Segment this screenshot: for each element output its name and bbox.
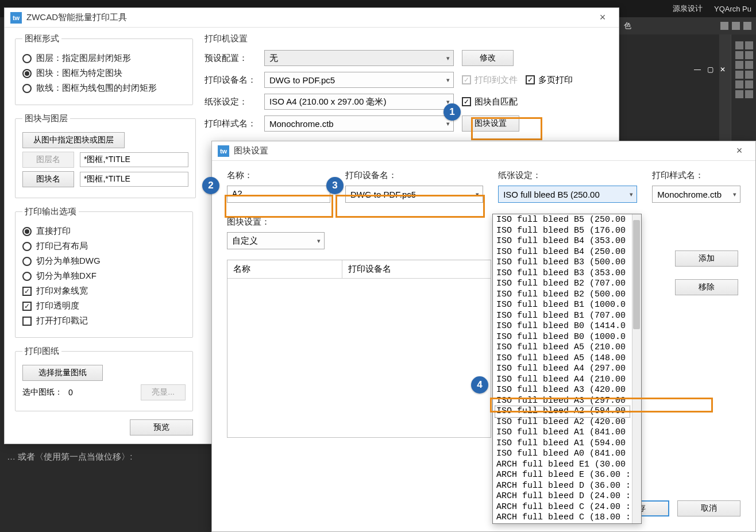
dropdown-item[interactable]: ISO full bleed B3 (500.00 [495, 257, 630, 268]
dropdown-item[interactable]: ARCH full bleed D (36.00 : [495, 481, 630, 492]
select-sheets-button[interactable]: 选择批量图纸 [22, 365, 103, 381]
modify-button[interactable]: 修改 [462, 50, 514, 66]
tool-icon[interactable] [735, 51, 743, 59]
tool-icon[interactable] [745, 71, 753, 79]
dropdown-item[interactable]: ISO full bleed A0 (841.00 [495, 449, 630, 460]
close-icon[interactable]: × [592, 11, 613, 24]
dropdown-item[interactable]: ISO full bleed B4 (353.00 [495, 236, 630, 247]
dropdown-item[interactable]: ISO full bleed B1 (707.00 [495, 311, 630, 322]
check-transparency[interactable]: 打印透明度 [22, 300, 186, 311]
dropdown-item[interactable]: ISO full bleed B3 (353.00 [495, 268, 630, 279]
tool-icon[interactable] [745, 41, 753, 49]
dropdown-item[interactable]: ISO full bleed A3 (420.00 [495, 385, 630, 396]
dropdown-item[interactable]: ISO full bleed A1 (594.00 [495, 438, 630, 449]
radio-split-dxf[interactable]: 切分为单独DXF [22, 271, 186, 282]
dropdown-item[interactable]: ARCH full bleed D (24.00 : [495, 491, 630, 502]
scrollbar[interactable] [632, 214, 641, 523]
radio-option-polyline[interactable]: 散线：图框为线包围的封闭矩形 [22, 83, 186, 94]
tool-icon[interactable] [735, 90, 743, 98]
close-icon[interactable]: ✕ [718, 66, 727, 73]
add-button[interactable]: 添加 [675, 250, 738, 267]
grid-icon[interactable] [743, 22, 751, 30]
block-table[interactable]: 名称 打印设备名 [227, 260, 491, 438]
checkbox-icon [22, 302, 32, 311]
check-stamp[interactable]: 打开打印戳记 [22, 315, 186, 326]
dropdown-item[interactable]: ISO full bleed A2 (594.00 x 420.00 毫米) [495, 406, 630, 417]
dropdown-item[interactable]: ISO full bleed B5 (176.00 [495, 226, 630, 237]
multipage-check[interactable]: 多页打印 [526, 75, 573, 86]
tool-icon[interactable] [745, 90, 753, 98]
block-settings-button[interactable]: 图块设置 [462, 115, 519, 132]
radio-split-dwg[interactable]: 切分为单独DWG [22, 256, 186, 267]
paper-label: 纸张设定： [205, 97, 256, 107]
dropdown-item[interactable]: ISO full bleed A5 (148.00 [495, 353, 630, 364]
paper-size-dropdown[interactable]: ISO full bleed B5 (250.00ISO full bleed … [492, 214, 642, 524]
dropdown-item[interactable]: ARCH full bleed E (36.00 : [495, 470, 630, 481]
tool-icon[interactable] [745, 61, 753, 69]
dropdown-item[interactable]: ISO full bleed A5 (210.00 [495, 342, 630, 353]
radio-option-block[interactable]: 图块：图框为特定图块 [22, 68, 186, 79]
style-combo[interactable]: Monochrome.ctb▾ [652, 186, 740, 203]
tool-icon[interactable] [735, 71, 743, 79]
blockset-combo[interactable]: 自定义▾ [227, 232, 325, 249]
command-line[interactable]: … 或者〈使用第一点当做位移〉: [0, 448, 213, 466]
preset-combo[interactable]: 无▾ [264, 50, 454, 66]
dropdown-item[interactable]: ISO full bleed B5 (250.00 [495, 215, 630, 226]
paper-combo[interactable]: ISO A4 (210.00 x 297.00 毫米)▾ [264, 94, 454, 110]
block-name-input[interactable] [80, 172, 188, 187]
tool-icon[interactable] [745, 51, 753, 59]
dropdown-item[interactable]: ISO full bleed A2 (420.00 [495, 417, 630, 428]
dropdown-item[interactable]: ISO full bleed B0 (1414.0 [495, 321, 630, 332]
layer-name-button: 图层名 [22, 152, 74, 168]
dropdown-item[interactable]: ISO full bleed A1 (841.00 [495, 427, 630, 438]
tool-icon[interactable] [735, 61, 743, 69]
radio-direct-print[interactable]: 直接打印 [22, 226, 186, 237]
bg-menu-item[interactable]: 源泉设计 [673, 3, 703, 14]
scroll-thumb[interactable] [633, 220, 640, 329]
radio-option-layer[interactable]: 图层：指定图层封闭矩形 [22, 53, 186, 64]
automatch-check[interactable]: 图块自匹配 [462, 97, 518, 107]
dropdown-item[interactable]: ISO full bleed B2 (707.00 [495, 279, 630, 290]
block-name-button[interactable]: 图块名 [22, 171, 74, 187]
tool-icon[interactable] [735, 80, 743, 88]
paper-combo[interactable]: ISO full bleed B5 (250.00▾ [498, 186, 637, 203]
layer-name-input[interactable] [80, 152, 188, 167]
name-input[interactable] [227, 186, 330, 203]
tool-icon[interactable] [735, 41, 743, 49]
checkbox-icon [462, 97, 471, 106]
check-lineweight[interactable]: 打印对象线宽 [22, 286, 186, 296]
sub-titlebar: tw 图块设置 × [212, 141, 755, 161]
dropdown-item[interactable]: ISO full bleed B1 (1000.0 [495, 300, 630, 311]
grid-icon[interactable] [720, 22, 728, 30]
dropdown-item[interactable]: ARCH full bleed C (24.00 : [495, 502, 630, 513]
minimize-icon[interactable]: — [693, 66, 702, 73]
bg-tool-icons [733, 39, 756, 154]
block-settings-dialog: tw 图块设置 × 名称： 打印设备名： DWG to PDF.pc5▾ 纸张设… [211, 141, 756, 532]
dropdown-item[interactable]: ISO full bleed A4 (297.00 [495, 364, 630, 375]
close-icon[interactable]: × [729, 145, 750, 157]
dropdown-item[interactable]: ARCH full bleed C (18.00 : [495, 512, 630, 523]
bg-menu-item[interactable]: YQArch Pu [714, 5, 751, 13]
radio-icon [22, 227, 32, 236]
dropdown-item[interactable]: ARCH full bleed E1 (30.00 [495, 460, 630, 471]
cancel-button[interactable]: 取消 [677, 500, 740, 516]
radio-layouts[interactable]: 打印已有布局 [22, 241, 186, 252]
pick-from-drawing-button[interactable]: 从图中指定图块或图层 [22, 132, 125, 148]
highlight-button: 亮显... [141, 384, 186, 400]
device-combo[interactable]: DWG to PDF.pc5▾ [264, 72, 454, 88]
dropdown-item[interactable]: ISO full bleed A3 (297.00 [495, 396, 630, 407]
dropdown-item[interactable]: ARCH full bleed B (18.00 : [495, 523, 630, 524]
remove-button[interactable]: 移除 [675, 279, 738, 295]
device-combo[interactable]: DWG to PDF.pc5▾ [345, 186, 483, 203]
dialog-title: ZWCAD智能批量打印工具 [26, 12, 592, 23]
grid-icon[interactable] [732, 22, 740, 30]
preview-button[interactable]: 预览 [130, 419, 193, 435]
dropdown-item[interactable]: ISO full bleed B0 (1000.0 [495, 332, 630, 343]
dropdown-item[interactable]: ISO full bleed A4 (210.00 [495, 375, 630, 385]
dropdown-item[interactable]: ISO full bleed B4 (250.00 [495, 247, 630, 258]
style-combo[interactable]: Monochrome.ctb▾ [264, 115, 454, 132]
dropdown-item[interactable]: ISO full bleed B2 (500.00 [495, 290, 630, 300]
chevron-down-icon: ▾ [446, 120, 450, 128]
restore-icon[interactable]: ▢ [705, 66, 715, 73]
tool-icon[interactable] [745, 80, 753, 88]
